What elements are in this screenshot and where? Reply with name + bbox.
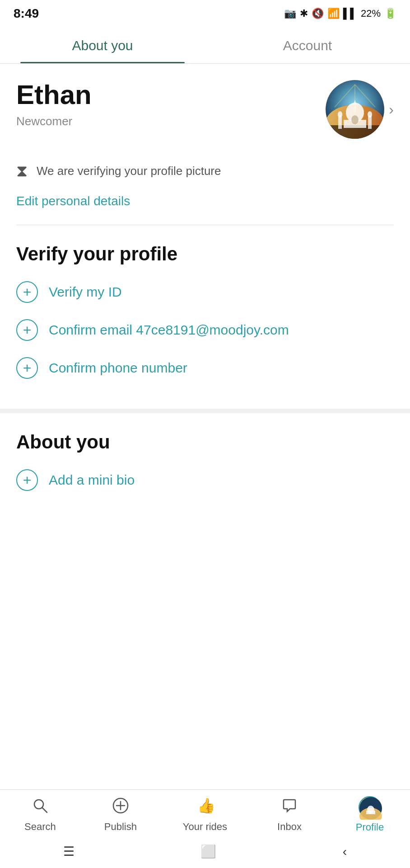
- verification-text: We are verifying your profile picture: [37, 164, 221, 178]
- nav-publish[interactable]: Publish: [102, 797, 139, 833]
- status-bar: 8:49 📷 ✱ 🔇 📶 ▌▌ 22% 🔋: [0, 0, 410, 25]
- about-you-title: About you: [16, 431, 394, 453]
- add-mini-bio-item[interactable]: + Add a mini bio: [16, 469, 394, 491]
- camera-icon: 📷: [284, 8, 296, 19]
- nav-profile[interactable]: Profile: [352, 796, 388, 833]
- confirm-email-label: Confirm email 47ce8191@moodjoy.com: [49, 322, 289, 338]
- status-icons: 📷 ✱ 🔇 📶 ▌▌ 22% 🔋: [284, 8, 396, 19]
- svg-point-15: [34, 800, 43, 809]
- wifi-icon: 📶: [327, 8, 340, 19]
- mute-icon: 🔇: [312, 8, 324, 19]
- verify-id-item[interactable]: + Verify my ID: [16, 281, 394, 303]
- android-menu-icon[interactable]: ☰: [63, 844, 75, 859]
- confirm-email-item[interactable]: + Confirm email 47ce8191@moodjoy.com: [16, 319, 394, 341]
- confirm-phone-item[interactable]: + Confirm phone number: [16, 357, 394, 379]
- avatar[interactable]: [326, 80, 384, 139]
- tab-bar: About you Account: [0, 25, 410, 64]
- tab-about-you[interactable]: About you: [0, 25, 205, 63]
- your-rides-label: Your rides: [183, 821, 227, 833]
- signal-icon: ▌▌: [343, 8, 357, 19]
- nav-inbox[interactable]: Inbox: [271, 797, 308, 833]
- verify-id-plus-icon: +: [16, 281, 38, 303]
- avatar-container[interactable]: ›: [326, 80, 394, 139]
- profile-name: Ethan: [16, 80, 326, 110]
- inbox-icon: [281, 797, 298, 818]
- nav-profile-avatar: [359, 796, 381, 819]
- about-you-section: About you + Add a mini bio: [0, 413, 410, 521]
- confirm-phone-label: Confirm phone number: [49, 360, 187, 376]
- android-home-icon[interactable]: ⬜: [200, 844, 216, 859]
- profile-chevron-icon: ›: [389, 101, 394, 118]
- hourglass-icon: ⧗: [16, 161, 28, 180]
- add-mini-bio-plus-icon: +: [16, 469, 38, 491]
- svg-point-24: [367, 806, 374, 814]
- confirm-email-plus-icon: +: [16, 319, 38, 341]
- status-time: 8:49: [14, 6, 39, 21]
- nav-search[interactable]: Search: [22, 797, 58, 833]
- profile-label: Profile: [356, 821, 384, 833]
- search-label: Search: [24, 821, 56, 833]
- svg-text:👍: 👍: [197, 797, 214, 814]
- profile-badge: Newcomer: [16, 114, 326, 128]
- battery-level: 22%: [361, 8, 381, 19]
- thick-divider: [0, 409, 410, 413]
- profile-info: Ethan Newcomer: [16, 80, 326, 128]
- edit-personal-details-link[interactable]: Edit personal details: [0, 194, 410, 225]
- inbox-label: Inbox: [277, 821, 302, 833]
- tab-account[interactable]: Account: [205, 25, 410, 63]
- battery-icon: 🔋: [384, 8, 396, 19]
- android-nav-bar: ☰ ⬜ ‹: [0, 837, 410, 868]
- search-icon: [32, 797, 49, 818]
- verify-section-title: Verify your profile: [16, 243, 394, 265]
- publish-label: Publish: [104, 821, 137, 833]
- svg-point-9: [338, 111, 342, 118]
- nav-items: Search Publish 👍 Your rides: [0, 790, 410, 837]
- nav-your-rides[interactable]: 👍 Your rides: [183, 797, 227, 833]
- verification-notice: ⧗ We are verifying your profile picture: [0, 152, 410, 194]
- bluetooth-icon: ✱: [300, 8, 308, 19]
- profile-section: Ethan Newcomer: [0, 64, 410, 152]
- add-mini-bio-label: Add a mini bio: [49, 472, 135, 488]
- publish-icon: [112, 797, 129, 818]
- bottom-nav: Search Publish 👍 Your rides: [0, 789, 410, 868]
- verify-id-label: Verify my ID: [49, 284, 122, 300]
- svg-line-16: [42, 808, 47, 812]
- verify-profile-section: Verify your profile + Verify my ID + Con…: [0, 225, 410, 409]
- rides-icon: 👍: [196, 797, 214, 818]
- svg-point-11: [368, 111, 372, 118]
- svg-point-7: [351, 115, 359, 124]
- avatar-image: [326, 80, 384, 139]
- android-back-icon[interactable]: ‹: [343, 844, 347, 859]
- confirm-phone-plus-icon: +: [16, 357, 38, 379]
